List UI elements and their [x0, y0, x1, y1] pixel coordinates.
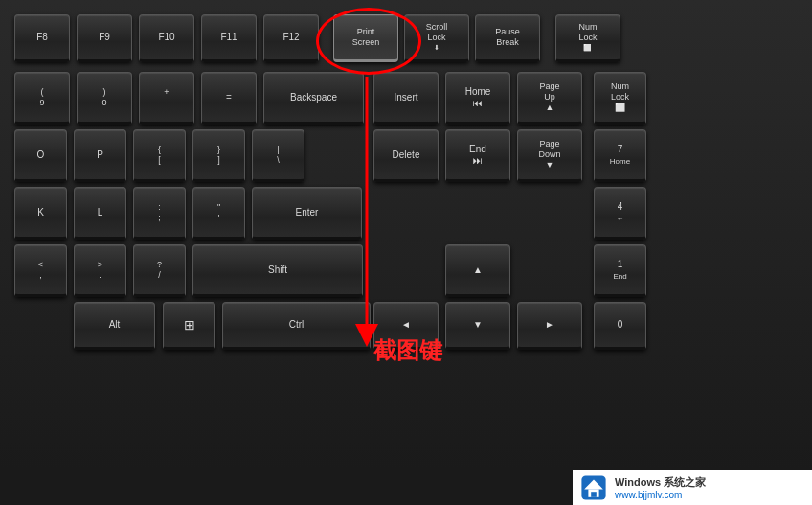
key-numpad-7[interactable]: 7Home	[594, 129, 646, 182]
key-minus[interactable]: =	[201, 72, 257, 125]
key-bracket-open[interactable]: { [	[133, 129, 186, 182]
key-print-screen[interactable]: PrintScreen	[333, 14, 398, 62]
key-k[interactable]: K	[14, 187, 67, 240]
key-numpad-0[interactable]: 0	[594, 302, 646, 350]
key-numpad-numlock[interactable]: NumLock⬜	[594, 72, 646, 125]
key-l[interactable]: L	[74, 187, 126, 240]
watermark-icon	[580, 474, 607, 501]
key-f9[interactable]: F9	[77, 14, 132, 62]
key-end[interactable]: End⏭	[445, 129, 510, 182]
key-shift-right[interactable]: Shift	[192, 244, 363, 297]
key-insert[interactable]: Insert	[373, 72, 439, 125]
key-menu[interactable]: ⊞	[163, 302, 215, 350]
key-semicolon[interactable]: : ;	[133, 187, 186, 240]
key-numpad-1[interactable]: 1End	[594, 244, 646, 297]
key-bracket-close[interactable]: } ]	[192, 129, 245, 182]
key-backslash[interactable]: | \	[252, 129, 304, 182]
key-f12[interactable]: F12	[263, 14, 319, 62]
key-page-up[interactable]: PageUp▲	[517, 72, 582, 125]
key-quote[interactable]: " '	[192, 187, 245, 240]
key-home[interactable]: Home⏮	[445, 72, 510, 125]
key-slash[interactable]: ? /	[133, 244, 186, 297]
key-9[interactable]: ( 9	[14, 72, 70, 125]
key-num-lock[interactable]: NumLock⬜	[555, 14, 620, 62]
key-arrow-down[interactable]: ▼	[445, 302, 510, 350]
key-f8[interactable]: F8	[14, 14, 70, 62]
key-o[interactable]: O	[14, 129, 67, 182]
key-alt-left[interactable]: Alt	[74, 302, 155, 350]
watermark-bar: Windows 系统之家 www.bjjmlv.com	[573, 470, 812, 505]
key-equals[interactable]: + —	[139, 72, 194, 125]
key-arrow-right[interactable]: ►	[517, 302, 582, 350]
jietujian-label: 截图键	[373, 335, 442, 366]
key-delete[interactable]: Delete	[373, 129, 439, 182]
keyboard-image: F8 F9 F10 F11 F12 PrintScreen ScrollLock…	[0, 0, 812, 470]
key-page-down[interactable]: PageDown▼	[517, 129, 582, 182]
key-arrow-up[interactable]: ▲	[445, 244, 510, 297]
key-scroll-lock[interactable]: ScrollLock⬇	[404, 14, 469, 62]
key-enter[interactable]: Enter	[252, 187, 362, 240]
key-p[interactable]: P	[74, 129, 126, 182]
key-ctrl-right[interactable]: Ctrl	[222, 302, 371, 350]
watermark-text: Windows 系统之家 www.bjjmlv.com	[615, 475, 706, 500]
key-pause-break[interactable]: PauseBreak	[475, 14, 540, 62]
key-comma[interactable]: < ,	[14, 244, 67, 297]
key-numpad-4[interactable]: 4←	[594, 187, 646, 240]
key-0[interactable]: ) 0	[77, 72, 132, 125]
key-f10[interactable]: F10	[139, 14, 194, 62]
key-period[interactable]: > .	[74, 244, 126, 297]
key-f11[interactable]: F11	[201, 14, 257, 62]
svg-rect-5	[591, 492, 597, 497]
key-backspace[interactable]: Backspace	[263, 72, 364, 125]
